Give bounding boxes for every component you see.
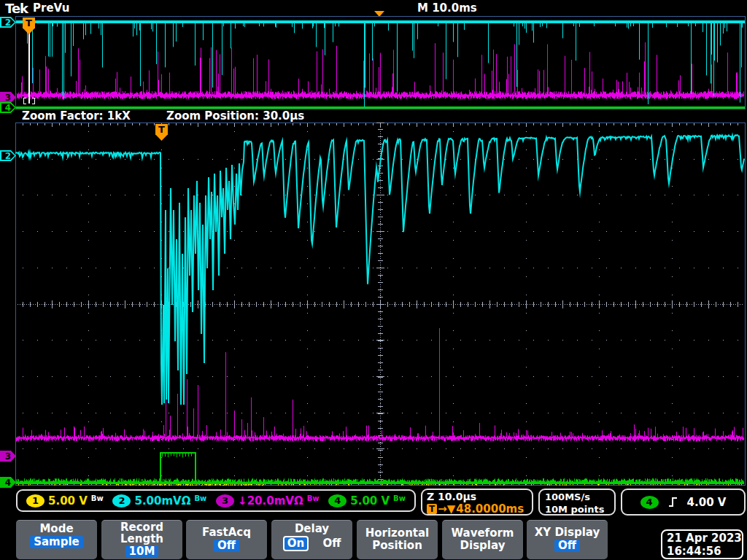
menu-delay-off[interactable]: Off: [322, 537, 341, 550]
channel-readout-box: 1 5.00 V Bw 2 5.00mVΩ Bw 3 ↓20.0mVΩ Bw 4…: [16, 489, 416, 512]
menu-delay-on[interactable]: On: [283, 536, 309, 551]
ch3-bandwidth-icon: Bw: [307, 494, 320, 502]
ch3-ref-marker-zoom[interactable]: 3: [0, 451, 16, 462]
menu-hpos-label1: Horizontal: [357, 527, 438, 540]
menu-horizontal-position-button[interactable]: Horizontal Position: [357, 520, 438, 559]
acquisition-status: PreVu: [33, 1, 69, 15]
ch2-ref-marker-zoom[interactable]: 2: [0, 150, 16, 161]
menu-wave-label1: Waveform: [442, 527, 523, 540]
rising-edge-icon: [667, 496, 678, 508]
acquisition-readout-box: 100MS/s 10M points: [538, 489, 616, 516]
ch2-scale: 5.00mVΩ: [134, 494, 190, 508]
sample-rate: 100MS/s: [545, 491, 609, 503]
datetime-box: 21 Apr 2023 16:44:56: [661, 529, 743, 559]
trigger-t-icon: T: [427, 504, 437, 514]
oscilloscope-screen: Tek PreVu M 10.0ms Zoom Factor: 1kX Zoom…: [0, 0, 747, 560]
time-label: 16:44:56: [667, 545, 742, 558]
trigger-level: 4.00 V: [687, 496, 727, 509]
menu-delay-button[interactable]: Delay On Off: [271, 520, 352, 559]
date-label: 21 Apr 2023: [667, 532, 742, 545]
menu-wave-label2: Display: [442, 540, 523, 552]
menu-xy-label: XY Display: [527, 526, 608, 539]
ch4-readout: 4 5.00 V Bw: [328, 494, 406, 508]
menu-record-length-button[interactable]: Record Length 10M: [101, 520, 182, 559]
ch3-ref-marker-overview[interactable]: 3: [0, 92, 16, 103]
menu-fastacq-value: Off: [214, 540, 239, 552]
menu-record-label2: Length: [101, 533, 182, 545]
zoom-waveform-window[interactable]: [15, 122, 746, 486]
menu-fastacq-button[interactable]: FastAcq Off: [186, 520, 267, 559]
zoom-position-label: Zoom Position: 30.0µs: [166, 109, 304, 122]
menu-xy-value: Off: [554, 540, 580, 552]
ch1-bandwidth-icon: Bw: [91, 494, 104, 502]
ch4-badge: 4: [328, 494, 347, 508]
menu-mode-button[interactable]: Mode Sample: [16, 520, 97, 559]
menu-record-value: 10M: [125, 545, 159, 557]
menu-hpos-label2: Position: [357, 540, 438, 552]
ch2-readout: 2 5.00mVΩ Bw: [112, 494, 206, 508]
ch1-badge: 1: [26, 494, 44, 508]
ch3-readout: 3 ↓20.0mVΩ Bw: [216, 494, 319, 508]
ch2-badge: 2: [112, 494, 131, 508]
menu-waveform-display-button[interactable]: Waveform Display: [442, 520, 523, 559]
horizontal-readout-box: Z 10.0µs T→▼48.0000ms: [421, 489, 533, 516]
ch3-badge: 3: [216, 494, 234, 508]
overview-waveform-window[interactable]: [15, 16, 746, 109]
trigger-arrow-icon: →▼: [438, 502, 455, 516]
ch4-ref-marker-zoom[interactable]: 4: [0, 477, 16, 488]
ch4-ref-marker-overview[interactable]: 4: [0, 102, 16, 113]
trigger-readout-box: 4 4.00 V: [621, 489, 746, 516]
menu-xy-display-button[interactable]: XY Display Off: [527, 520, 608, 559]
ch1-scale: 5.00 V: [48, 494, 88, 508]
zoom-timebase: Z 10.0µs: [427, 491, 527, 502]
main-timebase-readout: M 10.0ms: [417, 1, 477, 15]
menu-delay-label: Delay: [271, 523, 352, 535]
ch4-bandwidth-icon: Bw: [393, 494, 406, 502]
menu-mode-label: Mode: [16, 523, 97, 535]
ch1-readout: 1 5.00 V Bw: [26, 494, 104, 508]
menu-record-label1: Record: [101, 521, 182, 533]
trigger-source-badge: 4: [640, 496, 659, 509]
trigger-position-readout: T→▼48.0000ms: [427, 502, 527, 516]
tek-logo: Tek: [5, 1, 28, 16]
ch2-bandwidth-icon: Bw: [194, 494, 206, 502]
record-points: 10M points: [545, 503, 609, 516]
ch4-scale: 5.00 V: [350, 494, 390, 508]
menu-fastacq-label: FastAcq: [186, 526, 267, 539]
menu-mode-value: Sample: [30, 536, 83, 548]
zoom-factor-label: Zoom Factor: 1kX: [22, 109, 131, 122]
ch3-scale: ↓20.0mVΩ: [238, 494, 303, 508]
ch2-ref-marker-overview[interactable]: 2: [0, 17, 16, 28]
